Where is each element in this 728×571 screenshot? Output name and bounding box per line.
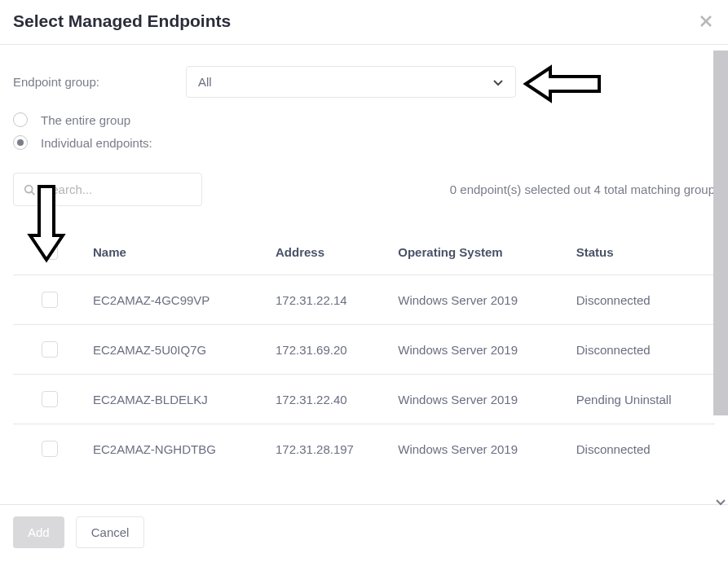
cell-os: Windows Server 2019 bbox=[391, 375, 569, 424]
search-icon bbox=[24, 183, 35, 196]
cell-name: EC2AMAZ-BLDELKJ bbox=[86, 375, 269, 424]
cell-address: 172.31.22.40 bbox=[269, 375, 391, 424]
cell-name: EC2AMAZ-4GC99VP bbox=[86, 275, 269, 325]
col-name[interactable]: Name bbox=[86, 229, 269, 275]
radio-individual-label: Individual endpoints: bbox=[41, 136, 152, 150]
cell-address: 172.31.28.197 bbox=[269, 424, 391, 474]
cell-status: Disconnected bbox=[570, 275, 715, 325]
search-input[interactable] bbox=[42, 182, 192, 197]
radio-individual-row: Individual endpoints: bbox=[13, 135, 715, 150]
row-checkbox[interactable] bbox=[42, 391, 58, 407]
scroll-down-icon[interactable] bbox=[715, 496, 726, 507]
endpoints-table: Name Address Operating System Status EC2… bbox=[13, 229, 715, 473]
endpoint-group-value: All bbox=[198, 75, 212, 89]
cancel-button[interactable]: Cancel bbox=[76, 516, 145, 548]
svg-point-2 bbox=[25, 185, 33, 192]
endpoint-group-label: Endpoint group: bbox=[13, 75, 186, 89]
cell-status: Disconnected bbox=[570, 424, 715, 474]
close-icon[interactable] bbox=[700, 15, 712, 27]
cell-name: EC2AMAZ-NGHDTBG bbox=[86, 424, 269, 474]
endpoint-group-row: Endpoint group: All bbox=[13, 66, 715, 98]
radio-entire-group-row: The entire group bbox=[13, 112, 715, 127]
radio-entire-group-label: The entire group bbox=[41, 113, 130, 127]
search-box[interactable] bbox=[13, 173, 202, 206]
radio-individual[interactable] bbox=[13, 135, 28, 150]
col-os[interactable]: Operating System bbox=[391, 229, 569, 275]
table-row: EC2AMAZ-NGHDTBG 172.31.28.197 Windows Se… bbox=[13, 424, 715, 474]
search-row: 0 endpoint(s) selected out 4 total match… bbox=[13, 173, 715, 206]
cell-address: 172.31.22.14 bbox=[269, 275, 391, 325]
endpoint-group-select[interactable]: All bbox=[186, 66, 516, 98]
cell-status: Pending Uninstall bbox=[570, 375, 715, 424]
row-checkbox[interactable] bbox=[42, 292, 58, 308]
chevron-down-icon bbox=[492, 77, 504, 88]
modal-title: Select Managed Endpoints bbox=[13, 11, 231, 31]
scroll-area[interactable]: Endpoint group: All The entire group Ind… bbox=[0, 45, 728, 505]
radio-entire-group[interactable] bbox=[13, 112, 28, 127]
table-row: EC2AMAZ-4GC99VP 172.31.22.14 Windows Ser… bbox=[13, 275, 715, 325]
table-row: EC2AMAZ-5U0IQ7G 172.31.69.20 Windows Ser… bbox=[13, 325, 715, 375]
row-checkbox[interactable] bbox=[42, 441, 58, 457]
modal-footer: Add Cancel bbox=[0, 505, 728, 560]
modal-header: Select Managed Endpoints bbox=[0, 0, 728, 45]
table-row: EC2AMAZ-BLDELKJ 172.31.22.40 Windows Ser… bbox=[13, 375, 715, 424]
cell-name: EC2AMAZ-5U0IQ7G bbox=[86, 325, 269, 375]
scrollbar[interactable] bbox=[713, 51, 728, 415]
cell-os: Windows Server 2019 bbox=[391, 325, 569, 375]
select-all-checkbox[interactable] bbox=[42, 244, 58, 260]
cell-status: Disconnected bbox=[570, 325, 715, 375]
cell-os: Windows Server 2019 bbox=[391, 424, 569, 474]
modal-body: Endpoint group: All The entire group Ind… bbox=[0, 45, 728, 486]
svg-line-3 bbox=[32, 191, 35, 195]
add-button[interactable]: Add bbox=[13, 516, 64, 548]
col-status[interactable]: Status bbox=[570, 229, 715, 275]
col-address[interactable]: Address bbox=[269, 229, 391, 275]
cell-os: Windows Server 2019 bbox=[391, 275, 569, 325]
cell-address: 172.31.69.20 bbox=[269, 325, 391, 375]
row-checkbox[interactable] bbox=[42, 341, 58, 358]
selection-summary: 0 endpoint(s) selected out 4 total match… bbox=[450, 182, 715, 196]
